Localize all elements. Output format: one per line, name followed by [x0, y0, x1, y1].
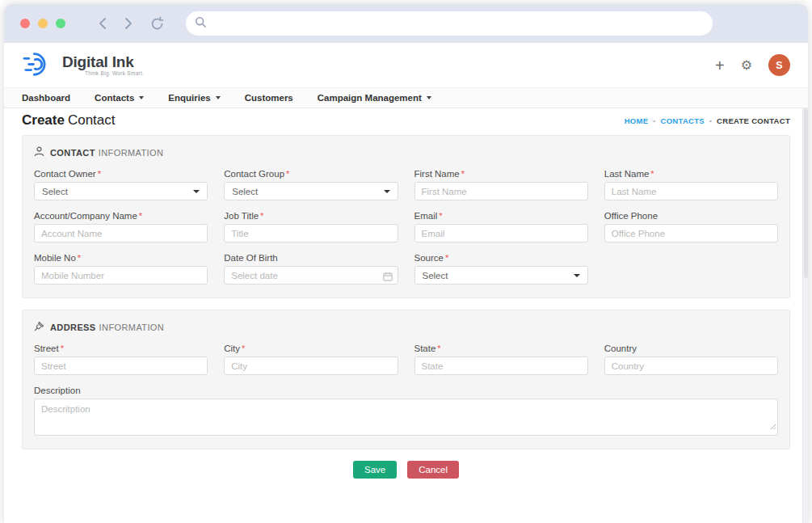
main-nav: Dashboard Contacts Enquiries Customers C… [4, 87, 808, 108]
nav-item-dashboard[interactable]: Dashboard [22, 93, 70, 103]
description-textarea[interactable] [34, 399, 778, 436]
chevron-down-icon [427, 96, 431, 99]
job-title-input[interactable] [224, 224, 398, 243]
field-account-company-name: Account/Company Name* [34, 211, 208, 243]
field-contact-group: Contact Group* Select [224, 169, 398, 200]
window-minimize-button[interactable] [38, 19, 48, 28]
forward-icon[interactable] [124, 17, 133, 30]
digital-ink-logo-icon [22, 49, 56, 82]
email-input[interactable] [414, 224, 588, 243]
gear-icon[interactable]: ⚙ [741, 57, 752, 73]
source-select[interactable]: Select [414, 266, 588, 285]
search-icon [195, 16, 207, 32]
chevron-down-icon [139, 96, 144, 99]
user-avatar[interactable]: S [768, 54, 790, 76]
contact-group-select[interactable]: Select [224, 182, 398, 200]
required-asterisk: * [139, 211, 142, 221]
chevron-down-icon [384, 190, 390, 193]
required-asterisk: * [78, 253, 81, 263]
breadcrumb-separator: • [653, 117, 655, 124]
account-name-input[interactable] [34, 224, 208, 243]
chevron-down-icon [216, 96, 221, 99]
state-input[interactable] [414, 356, 588, 375]
field-street: Street* [34, 344, 208, 375]
scrollbar[interactable] [802, 108, 808, 523]
field-description: Description [34, 386, 778, 436]
brand-name: Digital Ink [62, 54, 144, 70]
breadcrumb-home[interactable]: HOME [625, 116, 649, 125]
field-office-phone: Office Phone [604, 211, 778, 243]
section-title: ADDRESSINFORMATION [50, 323, 164, 332]
breadcrumb-current: CREATE CONTACT [717, 116, 790, 125]
field-state: State* [414, 344, 588, 375]
required-asterisk: * [461, 169, 465, 179]
person-icon [34, 146, 44, 160]
required-asterisk: * [445, 253, 448, 263]
breadcrumb-contacts[interactable]: CONTACTS [660, 116, 704, 125]
page-title: CreateContact [22, 112, 116, 129]
window-zoom-button[interactable] [56, 19, 65, 28]
browser-window: Digital Ink Think Big. Work Smart. + ⚙ S… [4, 4, 808, 523]
field-first-name: First Name* [414, 169, 588, 200]
first-name-input[interactable] [414, 182, 588, 200]
nav-item-customers[interactable]: Customers [245, 93, 293, 103]
address-bar[interactable] [186, 11, 713, 36]
nav-item-contacts[interactable]: Contacts [95, 93, 144, 103]
required-asterisk: * [439, 211, 442, 221]
field-contact-owner: Contact Owner* Select [34, 169, 208, 200]
required-asterisk: * [61, 344, 64, 353]
country-input[interactable] [604, 356, 778, 375]
street-input[interactable] [34, 356, 208, 375]
mobile-number-input[interactable] [34, 266, 208, 285]
reload-icon[interactable] [149, 16, 165, 32]
window-controls [20, 19, 65, 28]
contact-owner-select[interactable]: Select [34, 182, 208, 200]
breadcrumb: HOME • CONTACTS • CREATE CONTACT [625, 116, 790, 125]
last-name-input[interactable] [604, 182, 778, 200]
back-icon[interactable] [98, 17, 107, 30]
brand-tagline: Think Big. Work Smart. [62, 70, 144, 76]
required-asterisk: * [260, 211, 263, 221]
required-asterisk: * [242, 344, 245, 353]
office-phone-input[interactable] [604, 224, 778, 243]
field-date-of-birth: Date Of Birth [224, 253, 398, 285]
field-last-name: Last Name* [604, 169, 778, 200]
breadcrumb-separator: • [709, 117, 712, 124]
save-button[interactable]: Save [353, 461, 397, 479]
cancel-button[interactable]: Cancel [407, 461, 459, 479]
nav-item-campaign-management[interactable]: Campaign Management [318, 93, 431, 103]
window-close-button[interactable] [20, 19, 30, 28]
nav-item-enquiries[interactable]: Enquiries [168, 93, 220, 103]
section-title: CONTACTINFORMATION [50, 148, 163, 158]
url-input[interactable] [213, 18, 704, 29]
brand-logo[interactable]: Digital Ink Think Big. Work Smart. [22, 49, 144, 82]
chevron-down-icon [193, 190, 200, 193]
add-icon[interactable]: + [715, 57, 725, 74]
browser-chrome [4, 4, 808, 43]
contact-information-panel: CONTACTINFORMATION Contact Owner* Select… [22, 135, 790, 298]
chevron-down-icon [574, 274, 580, 277]
date-of-birth-input[interactable] [224, 266, 398, 285]
city-input[interactable] [224, 356, 398, 375]
field-city: City* [224, 344, 398, 375]
field-job-title: Job Title* [224, 211, 398, 243]
required-asterisk: * [286, 169, 289, 179]
required-asterisk: * [98, 169, 101, 179]
scrollbar-thumb[interactable] [804, 108, 808, 278]
pushpin-icon [34, 320, 44, 335]
field-mobile-no: Mobile No* [34, 253, 208, 285]
required-asterisk: * [650, 169, 654, 179]
field-country: Country [604, 344, 778, 375]
field-source: Source* Select [414, 253, 588, 285]
field-email: Email* [414, 211, 588, 243]
address-information-panel: ADDRESSINFORMATION Street* City* State* … [22, 310, 790, 449]
app-header: Digital Ink Think Big. Work Smart. + ⚙ S [4, 43, 808, 87]
required-asterisk: * [437, 344, 440, 353]
